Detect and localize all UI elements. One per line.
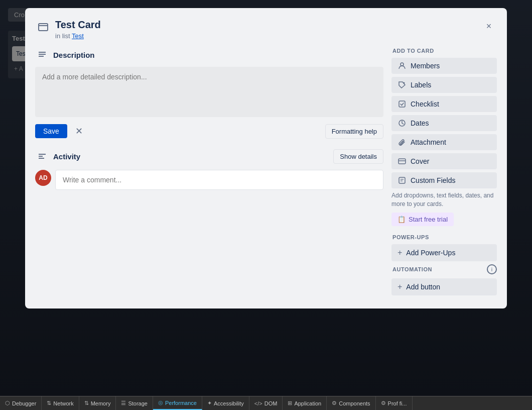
comment-input[interactable] xyxy=(55,170,383,190)
svg-point-8 xyxy=(401,63,404,66)
automation-header: AUTOMATION i xyxy=(391,264,497,274)
modal-main: Description Save ✕ Formatting help xyxy=(35,48,383,298)
members-button[interactable]: Members xyxy=(391,58,497,74)
attachment-label: Attachment xyxy=(411,138,446,146)
activity-title: Activity xyxy=(53,152,80,161)
devtool-profiler[interactable]: ⚙ Prof fi... xyxy=(376,396,413,410)
save-button[interactable]: Save xyxy=(35,124,67,138)
activity-section: Activity Show details AD xyxy=(35,149,383,190)
labels-icon xyxy=(397,81,407,89)
formatting-help-button[interactable]: Formatting help xyxy=(325,124,383,139)
cancel-button[interactable]: ✕ xyxy=(71,123,87,139)
application-label: Application xyxy=(294,400,321,406)
list-link[interactable]: Test xyxy=(72,32,84,40)
devtool-application[interactable]: ⊞ Application xyxy=(283,396,327,410)
dates-icon xyxy=(397,119,407,127)
custom-fields-description: Add dropdowns, text fields, dates, and m… xyxy=(391,191,497,209)
performance-icon: ◎ xyxy=(158,399,163,406)
debugger-label: Debugger xyxy=(12,400,36,406)
svg-rect-12 xyxy=(398,159,406,164)
add-button-button[interactable]: + Add button xyxy=(391,278,497,295)
svg-rect-10 xyxy=(399,101,405,107)
labels-label: Labels xyxy=(411,81,431,89)
modal-title: Test Card xyxy=(55,18,497,31)
devtool-performance[interactable]: ◎ Performance xyxy=(153,396,202,410)
devtools-bar: ⬡ Debugger ⇅ Network ⇅ Memory ☰ Storage … xyxy=(0,396,532,410)
custom-fields-label: Custom Fields xyxy=(411,176,455,184)
dates-button[interactable]: Dates xyxy=(391,115,497,131)
checklist-icon xyxy=(397,100,407,108)
description-header: Description xyxy=(35,48,383,62)
add-power-ups-button[interactable]: + Add Power-Ups xyxy=(391,244,497,261)
storage-label: Storage xyxy=(128,400,148,406)
devtool-components[interactable]: ⚙ Components xyxy=(327,396,375,410)
attachment-button[interactable]: Attachment xyxy=(391,134,497,150)
power-ups-title: POWER-UPS xyxy=(391,234,497,240)
devtool-dom[interactable]: </> DOM xyxy=(249,396,283,410)
custom-fields-section: Custom Fields Add dropdowns, text fields… xyxy=(391,172,497,226)
attachment-icon xyxy=(397,138,407,146)
devtool-accessibility[interactable]: ✦ Accessibility xyxy=(202,396,249,410)
profiler-label: Prof fi... xyxy=(388,400,407,406)
devtool-debugger[interactable]: ⬡ Debugger xyxy=(0,396,42,410)
trial-label: Start free trial xyxy=(409,216,448,223)
cover-label: Cover xyxy=(411,157,429,165)
automation-info-icon[interactable]: i xyxy=(487,264,497,274)
card-modal: Test Card in list Test × xyxy=(25,8,507,309)
checklist-label: Checklist xyxy=(411,100,439,108)
add-power-ups-label: Add Power-Ups xyxy=(406,249,455,257)
subtitle-prefix: in list xyxy=(55,32,70,40)
debugger-icon: ⬡ xyxy=(5,400,10,406)
user-avatar: AD xyxy=(35,170,51,186)
add-button-icon: + xyxy=(397,282,402,291)
activity-header-left: Activity xyxy=(35,150,80,164)
close-button[interactable]: × xyxy=(481,18,497,34)
modal-subtitle: in list Test xyxy=(55,32,497,40)
dates-label: Dates xyxy=(411,119,429,127)
cover-icon xyxy=(397,157,407,165)
trial-icon: 📋 xyxy=(397,216,406,223)
card-icon xyxy=(35,19,51,35)
dom-label: DOM xyxy=(264,400,278,406)
modal-backdrop: Test Card in list Test × xyxy=(0,0,532,410)
automation-section: AUTOMATION i + Add button xyxy=(391,264,497,295)
memory-label: Memory xyxy=(91,400,111,406)
start-free-trial-button[interactable]: 📋 Start free trial xyxy=(391,213,454,226)
modal-sidebar: ADD TO CARD Members xyxy=(391,48,497,298)
cover-button[interactable]: Cover xyxy=(391,153,497,169)
activity-header: Activity Show details xyxy=(35,149,383,164)
custom-fields-icon xyxy=(397,176,407,184)
storage-icon: ☰ xyxy=(121,400,126,406)
members-label: Members xyxy=(411,62,440,70)
power-ups-section: POWER-UPS + Add Power-Ups xyxy=(391,234,497,261)
description-title: Description xyxy=(53,51,95,59)
svg-rect-0 xyxy=(39,24,48,31)
components-label: Components xyxy=(339,400,370,406)
devtool-storage[interactable]: ☰ Storage xyxy=(116,396,153,410)
profiler-icon: ⚙ xyxy=(381,400,386,406)
network-icon: ⇅ xyxy=(47,400,51,406)
checklist-button[interactable]: Checklist xyxy=(391,96,497,112)
svg-rect-14 xyxy=(399,177,405,183)
accessibility-icon: ✦ xyxy=(207,400,212,406)
application-icon: ⊞ xyxy=(288,400,292,406)
devtool-memory[interactable]: ⇅ Memory xyxy=(79,396,116,410)
dom-icon: </> xyxy=(254,400,262,406)
add-to-card-title: ADD TO CARD xyxy=(391,48,497,54)
description-toolbar: Save ✕ Formatting help xyxy=(35,123,383,139)
members-icon xyxy=(397,62,407,70)
description-textarea[interactable] xyxy=(35,67,383,117)
performance-label: Performance xyxy=(165,400,197,406)
components-icon: ⚙ xyxy=(332,400,337,406)
comment-row: AD xyxy=(35,170,383,190)
add-button-label: Add button xyxy=(406,283,440,291)
modal-header: Test Card in list Test × xyxy=(35,18,497,40)
show-details-button[interactable]: Show details xyxy=(333,149,383,164)
modal-title-section: Test Card in list Test xyxy=(55,18,497,40)
description-section: Description Save ✕ Formatting help xyxy=(35,48,383,139)
labels-button[interactable]: Labels xyxy=(391,77,497,93)
network-label: Network xyxy=(53,400,73,406)
memory-icon: ⇅ xyxy=(84,400,89,406)
custom-fields-button[interactable]: Custom Fields xyxy=(391,172,497,188)
devtool-network[interactable]: ⇅ Network xyxy=(42,396,79,410)
